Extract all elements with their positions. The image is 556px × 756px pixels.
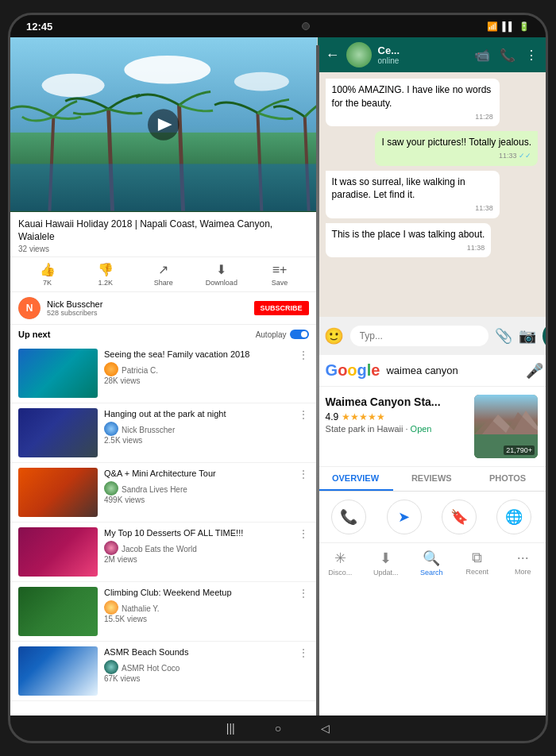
system-nav-bar: ||| ○ ◁ [10,716,546,741]
autoplay-toggle[interactable]: Autoplay [256,330,309,339]
directions-button[interactable]: ➤ [387,499,422,534]
message-time: 11:38 [332,243,485,253]
place-rating: 4.9 ★★★★★ [326,411,466,422]
contact-name: Ce... [378,44,468,56]
message-time: 11:33 [381,151,531,161]
voice-search-icon[interactable]: 🎤 [526,362,543,380]
author-avatar [104,541,118,555]
dislike-button[interactable]: 👎 1.2K [76,262,134,287]
video-menu-icon[interactable]: ⋮ [298,527,309,540]
call-button[interactable]: 📞 [331,499,366,534]
nav-more[interactable]: ··· More [500,546,546,580]
more-icon: ··· [517,550,529,566]
nav-recent-button[interactable]: ◁ [321,722,330,735]
google-logo: Google [326,361,380,380]
place-tabs: OVERVIEW REVIEWS PHOTOS [318,467,546,492]
message-text: It was so surreal, like walking in parad… [332,176,465,201]
download-button[interactable]: ⬇ Download [192,262,250,287]
mic-button[interactable]: 🎤 [542,322,546,350]
contact-info: Ce... online [378,44,468,65]
list-item[interactable]: Q&A + Mini Architecture Tour Sandra Live… [10,463,317,523]
emoji-button[interactable]: 🙂 [324,326,344,345]
view-count: 28K views [104,376,292,385]
tab-overview[interactable]: OVERVIEW [318,467,394,491]
video-menu-icon[interactable]: ⋮ [298,408,309,421]
up-next-header: Up next Autoplay [10,325,317,344]
channel-avatar: N [18,297,41,319]
message-list: 100% AMAZING. I have like no words for t… [318,72,546,317]
video-thumbnail[interactable] [10,37,317,212]
share-button[interactable]: ↗ Share [134,262,192,287]
nav-recent-label: Recent [465,568,488,576]
svg-text:N: N [26,303,33,314]
subscribe-button[interactable]: SUBSCRIBE [254,301,309,315]
updates-icon: ⬇ [380,550,392,567]
list-item[interactable]: Hanging out at the park at night Nick Br… [10,403,317,463]
more-icon[interactable]: ⋮ [525,48,538,63]
download-icon: ⬇ [216,262,226,277]
nav-home-button[interactable]: ○ [275,722,281,735]
message-time: 11:28 [332,112,493,122]
list-item[interactable]: Seeing the sea! Family vacation 2018 Pat… [10,344,317,403]
website-button[interactable]: 🌐 [496,499,531,534]
share-icon: ↗ [158,262,168,277]
star-icons: ★★★★★ [342,411,385,422]
author-name: Nick Brusscher [122,426,175,434]
place-image[interactable]: 21,790+ [474,395,538,458]
nav-search[interactable]: 🔍 Search [409,546,454,580]
status-bar: 12:45 📶 ▌▌ 🔋 [10,15,546,37]
video-menu-icon[interactable]: ⋮ [298,349,309,361]
thumbnail-1 [18,349,98,398]
like-icon: 👍 [40,262,56,277]
attach-icon[interactable]: 📎 [495,327,512,345]
video-actions-bar: 👍 7K 👎 1.2K ↗ Share ⬇ Download ≡+ Sa [10,257,317,292]
battery-icon: 🔋 [519,21,530,32]
list-item[interactable]: ASMR Beach Sounds ASMR Hot Coco 67K view… [10,642,317,701]
wa-action-icons: 📹 📞 ⋮ [474,48,538,63]
nav-discover-label: Disco... [328,569,352,577]
photo-count: 21,790+ [504,446,535,455]
thumbnail-6 [18,646,98,696]
save-button[interactable]: ≡+ Save [250,263,308,287]
author-name: Nathalie Y. [122,604,159,613]
tab-reviews[interactable]: REVIEWS [393,467,469,491]
nav-recent[interactable]: ⧉ Recent [454,546,500,580]
nav-discover[interactable]: ✳ Disco... [318,546,363,580]
fold-line [316,45,319,716]
video-menu-icon[interactable]: ⋮ [298,646,309,659]
thumbnail-3 [18,468,98,517]
video-title-section: Kauai Hawaii Holiday 2018 | Napali Coast… [10,212,317,257]
video-title: Q&A + Mini Architecture Tour [104,468,292,479]
author-avatar [104,422,118,436]
svg-point-4 [234,72,289,91]
place-actions: 📞 ➤ 🔖 🌐 [318,492,546,542]
open-status: Open [411,424,432,434]
search-icon: 🔍 [423,550,440,567]
nav-more-label: More [515,568,531,576]
video-info: ASMR Beach Sounds ASMR Hot Coco 67K view… [104,646,292,683]
list-item[interactable]: My Top 10 Desserts OF ALL TIME!!! Jacob … [10,523,317,582]
like-button[interactable]: 👍 7K [18,262,76,287]
back-button[interactable]: ← [326,47,340,64]
nav-updates[interactable]: ⬇ Updat... [363,546,408,580]
video-menu-icon[interactable]: ⋮ [298,587,309,600]
wifi-icon: 📶 [487,21,498,32]
message-bubble: 100% AMAZING. I have like no words for t… [326,79,500,126]
tab-photos[interactable]: PHOTOS [469,467,546,491]
autoplay-switch[interactable] [290,330,309,339]
list-item[interactable]: Climbing Club: Weekend Meetup Nathalie Y… [10,582,317,642]
save-button[interactable]: 🔖 [442,499,477,534]
main-screen: Kauai Hawaii Holiday 2018 | Napali Coast… [10,37,546,716]
view-count: 2M views [104,555,292,564]
google-search-input[interactable] [386,364,519,376]
message-text: This is the place I was talking about. [332,229,485,240]
video-info: Hanging out at the park at night Nick Br… [104,408,292,445]
nav-back-button[interactable]: ||| [226,722,235,735]
nav-search-label: Search [420,569,443,577]
phone-icon[interactable]: 📞 [500,48,515,63]
video-menu-icon[interactable]: ⋮ [298,468,309,480]
message-input[interactable] [350,326,488,346]
camera-button[interactable]: 📷 [519,327,536,345]
video-title: Kauai Hawaii Holiday 2018 | Napali Coast… [18,218,309,243]
video-call-icon[interactable]: 📹 [474,48,490,63]
